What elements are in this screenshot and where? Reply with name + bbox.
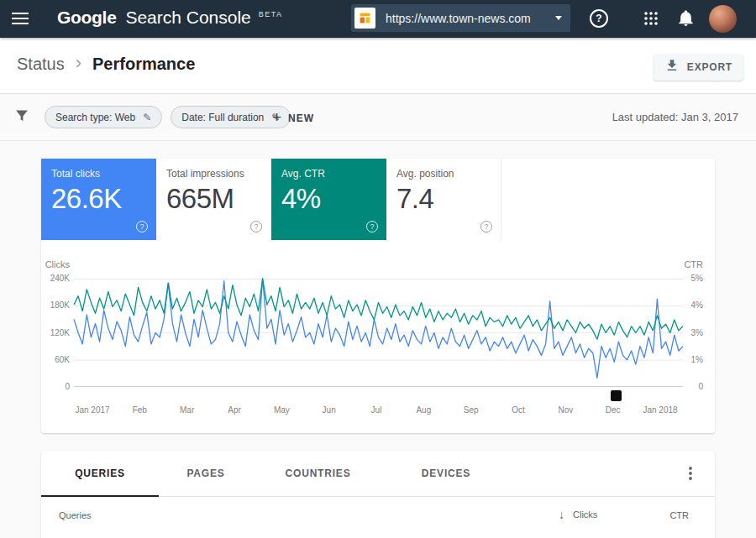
dimensions-card: QUERIES PAGES COUNTRIES DEVICES Queries … — [41, 451, 715, 538]
tab-countries[interactable]: COUNTRIES — [253, 451, 383, 496]
logo-product: Search Console — [125, 8, 250, 27]
metric-label: Avg. position — [396, 168, 491, 180]
apps-grid-icon[interactable] — [643, 11, 659, 26]
top-app-bar: Google Search Console BETA https://www.t… — [0, 0, 756, 38]
left-axis-tick: 240K — [41, 274, 70, 283]
property-url: https://www.town-news.com — [386, 12, 531, 25]
performance-chart-card: Total clicks 26.6K ? Total impressions 6… — [41, 159, 715, 433]
help-circle-icon[interactable]: ? — [480, 221, 492, 232]
x-axis-ticks: Jan 2017FebMarAprMayJunJulAugSepOctNovDe… — [74, 405, 683, 417]
metric-value: 4% — [281, 183, 376, 215]
help-glyph: ? — [139, 222, 144, 231]
page-header: Status › Performance EXPORT — [0, 38, 756, 94]
left-axis-ticks: 240K180K120K60K0 — [41, 279, 70, 387]
beta-badge: BETA — [259, 10, 283, 18]
metric-label: Total clicks — [51, 168, 146, 180]
table-header-row: Queries ↓ Clicks CTR — [41, 497, 715, 538]
performance-line-chart[interactable] — [74, 279, 683, 387]
metric-tile-avg-ctr[interactable]: Avg. CTR 4% ? — [271, 159, 386, 240]
left-axis-tick: 180K — [41, 300, 70, 310]
notifications-bell-icon[interactable] — [678, 10, 694, 27]
filter-bar: Search type: Web ✎ Date: Full duration ✎… — [0, 94, 756, 141]
column-clicks-label: Clicks — [573, 509, 597, 520]
help-glyph: ? — [254, 222, 258, 231]
export-download-icon — [664, 58, 680, 76]
filter-chips: Search type: Web ✎ Date: Full duration ✎ — [45, 106, 291, 128]
sort-down-icon: ↓ — [559, 508, 564, 521]
left-axis-tick: 60K — [41, 355, 70, 364]
metric-tile-avg-position[interactable]: Avg. position 7.4 ? — [386, 159, 501, 240]
metric-label: Total impressions — [166, 168, 260, 180]
breadcrumb: Status › Performance — [17, 55, 195, 74]
add-icon: + — [272, 109, 281, 125]
export-label: EXPORT — [687, 61, 732, 73]
help-glyph: ? — [370, 222, 374, 231]
new-filter-label: NEW — [288, 112, 314, 124]
tab-pages[interactable]: PAGES — [159, 451, 253, 496]
left-axis-tick: 120K — [41, 328, 70, 337]
metric-tile-total-impressions[interactable]: Total impressions 665M ? — [156, 159, 271, 240]
tab-devices[interactable]: DEVICES — [383, 451, 509, 496]
chart-marker[interactable] — [611, 390, 622, 401]
chip-label: Date: Full duration — [181, 112, 264, 123]
breadcrumb-status-link[interactable]: Status — [17, 55, 65, 74]
help-circle-icon[interactable]: ? — [366, 221, 378, 232]
help-glyph: ? — [484, 222, 488, 231]
help-circle-icon[interactable]: ? — [250, 221, 262, 232]
metric-value: 7.4 — [396, 183, 491, 215]
left-axis-title: Clicks — [41, 259, 70, 269]
new-filter-button[interactable]: + NEW — [267, 107, 319, 129]
column-ctr[interactable]: CTR — [669, 510, 689, 520]
right-axis-title: CTR — [673, 259, 703, 269]
export-button[interactable]: EXPORT — [654, 54, 743, 81]
avatar[interactable] — [709, 5, 737, 33]
app-logo[interactable]: Google Search Console BETA — [57, 8, 282, 28]
property-selector[interactable]: https://www.town-news.com — [351, 4, 570, 32]
metric-value: 665M — [166, 183, 260, 215]
metric-tile-total-clicks[interactable]: Total clicks 26.6K ? — [41, 159, 156, 240]
tab-queries[interactable]: QUERIES — [41, 451, 159, 496]
left-axis-tick: 0 — [41, 382, 70, 391]
last-updated-text: Last updated: Jan 3, 2017 — [612, 111, 738, 123]
more-vertical-icon[interactable] — [683, 465, 698, 482]
search-console-performance-screen: Google Search Console BETA https://www.t… — [0, 0, 756, 538]
help-button[interactable]: ? — [590, 9, 608, 28]
filter-funnel-icon[interactable] — [13, 107, 31, 125]
filter-chip-search-type[interactable]: Search type: Web ✎ — [45, 106, 162, 128]
column-queries: Queries — [59, 510, 92, 520]
chip-label: Search type: Web — [55, 112, 135, 123]
help-circle-icon[interactable]: ? — [136, 221, 148, 232]
property-icon — [354, 8, 375, 29]
metric-tiles: Total clicks 26.6K ? Total impressions 6… — [41, 159, 501, 240]
column-clicks[interactable]: ↓ Clicks — [559, 508, 597, 521]
logo-brand: Google — [57, 8, 117, 27]
edit-pencil-icon[interactable]: ✎ — [143, 112, 151, 123]
breadcrumb-chevron-icon: › — [76, 54, 81, 72]
help-glyph: ? — [596, 13, 601, 24]
dropdown-caret-icon — [555, 16, 562, 20]
dimension-tabs: QUERIES PAGES COUNTRIES DEVICES — [41, 451, 715, 497]
x-axis-tick: Jan 2018 — [627, 405, 694, 415]
menu-icon[interactable] — [12, 13, 29, 25]
metric-label: Avg. CTR — [281, 168, 376, 180]
metric-value: 26.6K — [51, 183, 146, 215]
page-title: Performance — [92, 55, 195, 74]
